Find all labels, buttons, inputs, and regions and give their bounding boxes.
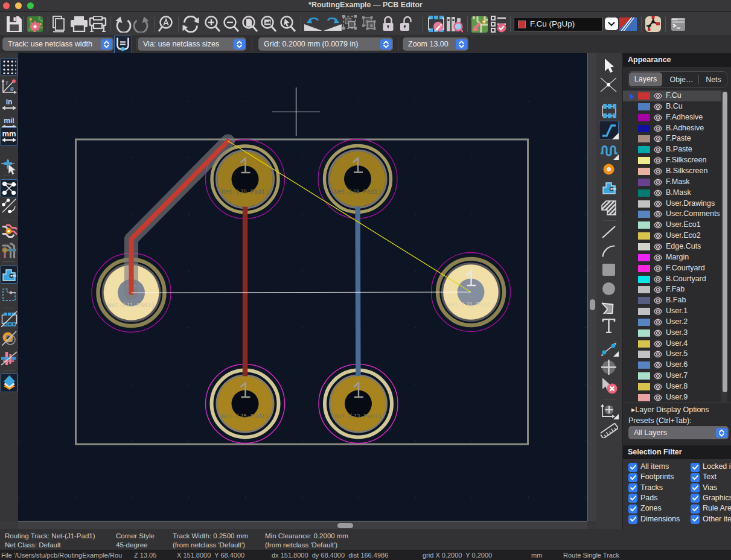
svg-text:r: r	[6, 79, 8, 86]
svg-text:mm: mm	[2, 129, 16, 138]
svg-text:Net-(J3-Pad1): Net-(J3-Pad1)	[334, 189, 381, 196]
svg-text:Net-(J3-Pad1): Net-(J3-Pad1)	[334, 413, 381, 420]
svg-text:θ: θ	[10, 85, 14, 92]
svg-text:Net-(J5-Pad1): Net-(J5-Pad1)	[222, 189, 269, 196]
svg-text:Net-(J5-Pad1): Net-(J5-Pad1)	[222, 413, 269, 420]
svg-text:Net-(J1-Pad1): Net-(J1-Pad1)	[447, 302, 494, 308]
svg-text:Net-(J1-Pad1): Net-(J1-Pad1)	[107, 302, 155, 309]
svg-text:mil: mil	[4, 116, 14, 125]
svg-text:in: in	[6, 98, 13, 106]
